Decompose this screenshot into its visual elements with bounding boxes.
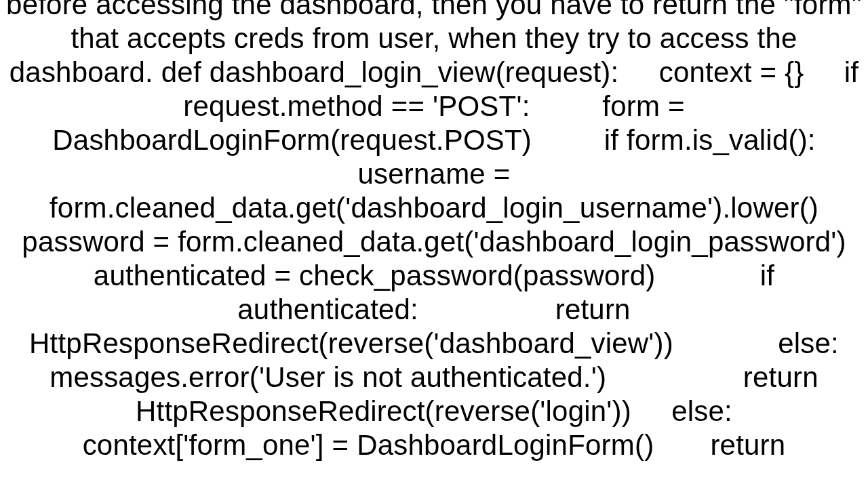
body-text: before accessing the dashboard, then you… [0, 0, 868, 462]
